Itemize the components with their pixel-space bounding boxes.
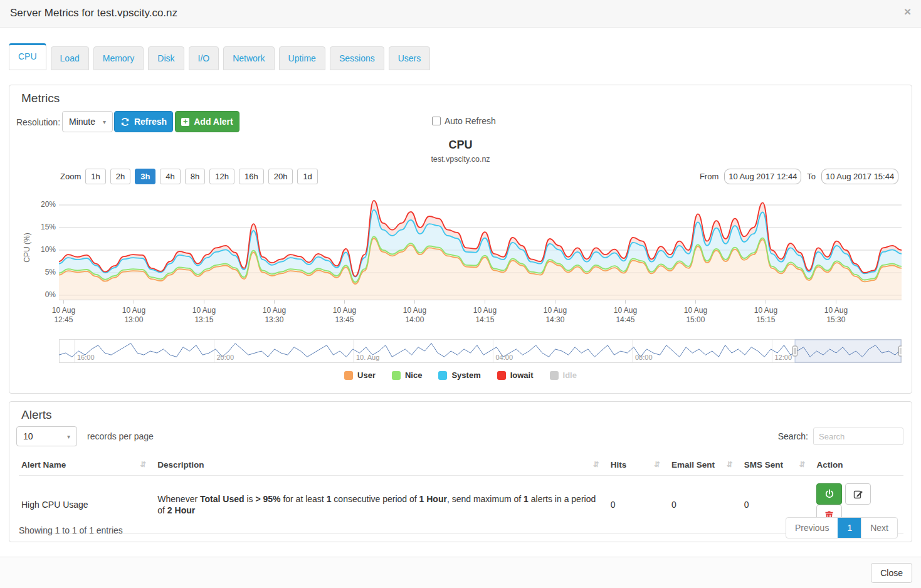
tab-users[interactable]: Users bbox=[389, 46, 431, 70]
tab-sessions[interactable]: Sessions bbox=[330, 46, 384, 70]
svg-text:20:00: 20:00 bbox=[217, 354, 234, 361]
edit-alert-button[interactable] bbox=[845, 483, 871, 505]
zoom-20h-button[interactable]: 20h bbox=[268, 169, 293, 184]
x-axis-label: 10 Aug14:30 bbox=[536, 306, 574, 325]
resolution-value: Minute bbox=[69, 117, 95, 127]
legend-user[interactable]: User bbox=[344, 370, 376, 380]
tab-memory[interactable]: Memory bbox=[93, 46, 144, 70]
sort-icon[interactable]: ⇵ bbox=[727, 460, 733, 469]
sort-icon[interactable]: ⇵ bbox=[799, 460, 805, 469]
zoom-1h-button[interactable]: 1h bbox=[85, 169, 105, 184]
legend-idle[interactable]: Idle bbox=[550, 370, 577, 380]
column-header-description[interactable]: Description⇵ bbox=[155, 454, 608, 476]
auto-refresh-checkbox[interactable] bbox=[432, 117, 441, 125]
zoom-2h-button[interactable]: 2h bbox=[110, 169, 130, 184]
svg-text:12:00: 12:00 bbox=[775, 354, 792, 361]
refresh-icon bbox=[120, 117, 130, 127]
legend-label: Nice bbox=[405, 370, 422, 380]
power-icon bbox=[824, 489, 834, 499]
range-from-label: From bbox=[700, 172, 718, 181]
add-alert-label: Add Alert bbox=[194, 117, 233, 127]
plus-square-icon: + bbox=[181, 118, 189, 126]
sort-icon[interactable]: ⇵ bbox=[140, 460, 146, 469]
svg-text:08:00: 08:00 bbox=[635, 354, 653, 361]
zoom-3h-button[interactable]: 3h bbox=[135, 169, 155, 184]
chart-title: CPU bbox=[9, 139, 912, 152]
tab-uptime[interactable]: Uptime bbox=[279, 46, 325, 70]
page-size-select[interactable]: 10 ▾ bbox=[16, 426, 77, 446]
zoom-16h-button[interactable]: 16h bbox=[239, 169, 264, 184]
column-header-alert-name[interactable]: Alert Name⇵ bbox=[19, 454, 155, 476]
navigator-selection[interactable] bbox=[795, 340, 901, 362]
range-to-label: To bbox=[807, 172, 816, 181]
legend-swatch-icon bbox=[497, 371, 506, 380]
tab-io[interactable]: I/O bbox=[189, 46, 219, 70]
x-axis-label: 10 Aug13:15 bbox=[185, 306, 223, 325]
modal-header: Server Metrics for test.vpscity.co.nz × bbox=[0, 0, 921, 28]
range-from-input[interactable] bbox=[724, 169, 801, 184]
legend-label: Idle bbox=[563, 370, 577, 380]
zoom-12h-button[interactable]: 12h bbox=[209, 169, 234, 184]
pagination-page-1[interactable]: 1 bbox=[838, 518, 861, 538]
chart-subtitle: test.vpscity.co.nz bbox=[9, 155, 912, 164]
zoom-8h-button[interactable]: 8h bbox=[185, 169, 205, 184]
y-axis-label: 20% bbox=[27, 200, 56, 209]
chevron-down-icon: ▾ bbox=[67, 433, 70, 440]
zoom-1d-button[interactable]: 1d bbox=[297, 169, 317, 184]
tab-network[interactable]: Network bbox=[223, 46, 274, 70]
navigator-handle[interactable] bbox=[792, 346, 797, 356]
pagination: Previous 1 Next bbox=[786, 517, 898, 538]
x-axis-label: 10 Aug13:45 bbox=[325, 306, 363, 325]
alert-description-cell: Whenever Total Used is > 95% for at leas… bbox=[155, 476, 608, 534]
zoom-selector: Zoom 1h2h3h4h8h12h16h20h1d bbox=[60, 169, 318, 184]
edit-icon bbox=[853, 489, 863, 499]
tab-load[interactable]: Load bbox=[51, 46, 89, 70]
legend-system[interactable]: System bbox=[438, 370, 480, 380]
records-per-page-label: records per page bbox=[87, 431, 154, 441]
legend-swatch-icon bbox=[344, 371, 353, 380]
range-to-input[interactable] bbox=[821, 169, 898, 184]
x-axis-label: 10 Aug13:30 bbox=[255, 306, 293, 325]
add-alert-button[interactable]: + Add Alert bbox=[175, 111, 239, 132]
table-summary: Showing 1 to 1 of 1 entries bbox=[19, 525, 123, 535]
resolution-select[interactable]: Minute ▾ bbox=[62, 111, 113, 132]
navigator[interactable]: 16:0020:0010. Aug04:0008:0012:00 bbox=[59, 339, 902, 363]
resolution-label: Resolution: bbox=[16, 117, 60, 127]
svg-text:16:00: 16:00 bbox=[77, 354, 95, 361]
chart-legend: UserNiceSystemIowaitIdle bbox=[9, 370, 912, 380]
column-header-email-sent[interactable]: Email Sent⇵ bbox=[669, 454, 742, 476]
legend-label: Iowait bbox=[510, 370, 534, 380]
legend-swatch-icon bbox=[438, 371, 447, 380]
page-size-value: 10 bbox=[23, 431, 33, 441]
sort-icon[interactable]: ⇵ bbox=[593, 460, 599, 469]
search-input[interactable] bbox=[813, 428, 903, 445]
tab-cpu[interactable]: CPU bbox=[9, 43, 46, 70]
y-axis-label: 5% bbox=[27, 268, 56, 276]
x-axis-label: 10 Aug15:15 bbox=[747, 306, 784, 325]
legend-label: System bbox=[451, 370, 480, 380]
sort-icon[interactable]: ⇵ bbox=[654, 460, 660, 469]
zoom-4h-button[interactable]: 4h bbox=[160, 169, 180, 184]
enable-alert-button[interactable] bbox=[816, 483, 842, 505]
tab-bar: CPULoadMemoryDiskI/ONetworkUptimeSession… bbox=[9, 43, 430, 70]
legend-iowait[interactable]: Iowait bbox=[497, 370, 534, 380]
column-header-action: Action bbox=[814, 454, 903, 476]
pagination-next[interactable]: Next bbox=[861, 518, 897, 538]
legend-nice[interactable]: Nice bbox=[392, 370, 422, 380]
pagination-previous[interactable]: Previous bbox=[786, 518, 838, 538]
close-icon[interactable]: × bbox=[904, 5, 911, 19]
chevron-down-icon: ▾ bbox=[103, 118, 106, 125]
x-axis-label: 10 Aug15:30 bbox=[817, 306, 855, 325]
svg-text:10. Aug: 10. Aug bbox=[356, 354, 379, 361]
tab-disk[interactable]: Disk bbox=[148, 46, 184, 70]
close-button[interactable]: Close bbox=[871, 563, 912, 583]
refresh-label: Refresh bbox=[134, 117, 167, 127]
modal-title: Server Metrics for test.vpscity.co.nz bbox=[10, 7, 177, 19]
x-axis-label: 10 Aug14:45 bbox=[606, 306, 644, 325]
cpu-area-chart bbox=[59, 198, 902, 305]
refresh-button[interactable]: Refresh bbox=[114, 111, 173, 132]
y-axis-label: 15% bbox=[27, 223, 56, 231]
column-header-sms-sent[interactable]: SMS Sent⇵ bbox=[742, 454, 814, 476]
legend-swatch-icon bbox=[392, 371, 401, 380]
column-header-hits[interactable]: Hits⇵ bbox=[608, 454, 669, 476]
